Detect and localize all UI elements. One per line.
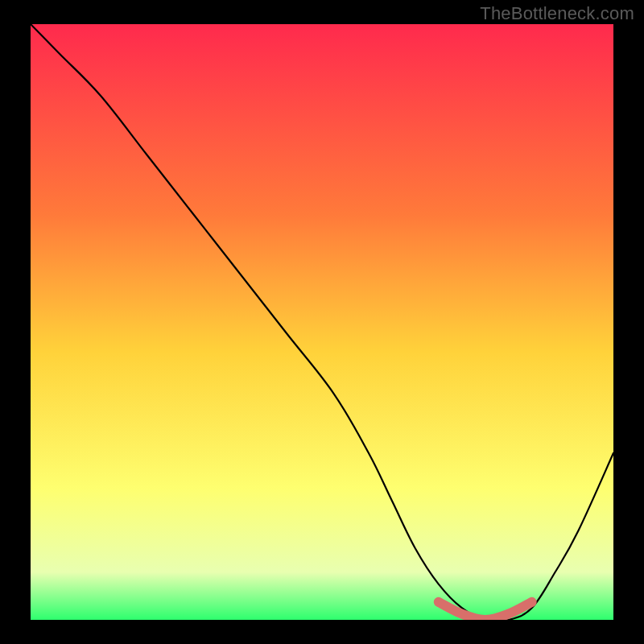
- chart-svg: [31, 24, 613, 620]
- plot-area: [31, 24, 613, 620]
- watermark-text: TheBottleneck.com: [480, 3, 634, 24]
- gradient-background: [31, 24, 613, 620]
- chart-frame: TheBottleneck.com: [0, 0, 644, 644]
